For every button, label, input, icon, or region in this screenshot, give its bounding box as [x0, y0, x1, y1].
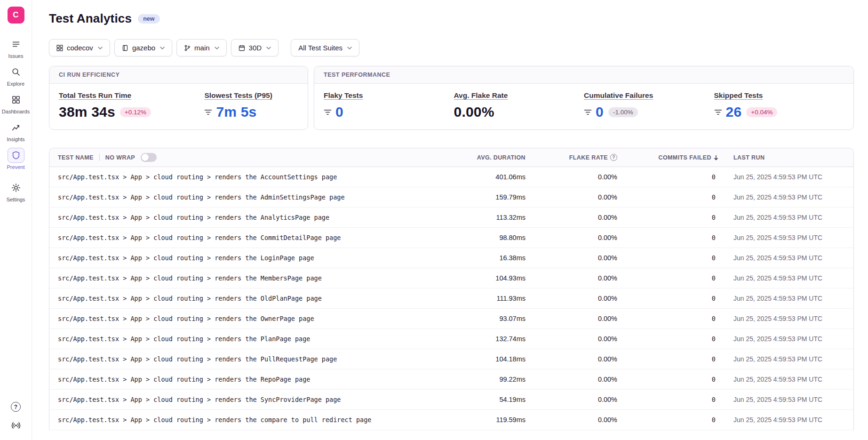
last-run-cell: Jun 25, 2025 4:59:53 PM UTC: [719, 355, 853, 363]
metric-label[interactable]: Total Tests Run Time: [59, 91, 131, 100]
table-row[interactable]: src/App.test.tsx > App > cloud routing >…: [49, 410, 853, 430]
table-row[interactable]: src/App.test.tsx > App > cloud routing >…: [49, 288, 853, 309]
sidebar-item-label: Dashboards: [2, 109, 30, 114]
commits-failed-header[interactable]: COMMITS FAILED: [618, 154, 719, 161]
avg-duration-header[interactable]: AVG. DURATION: [449, 154, 526, 161]
avg-duration-cell: 119.59ms: [449, 416, 526, 424]
trend-badge: -1.00%: [608, 107, 638, 117]
flake-rate-cell: 0.00%: [526, 295, 618, 302]
metric-label[interactable]: Avg. Flake Rate: [454, 91, 508, 100]
metric-label[interactable]: Flaky Tests: [324, 91, 363, 100]
table-row[interactable]: src/App.test.tsx > App > cloud routing >…: [49, 248, 853, 268]
table-row[interactable]: src/App.test.tsx > App > cloud routing >…: [49, 208, 853, 228]
table-header-row: TEST NAME NO WRAP AVG. DURATION FLAKE RA…: [49, 148, 853, 167]
no-wrap-label: NO WRAP: [105, 154, 135, 161]
repo-icon: [122, 45, 128, 51]
avg-duration-cell: 98.80ms: [449, 234, 526, 241]
metric-value: 0: [596, 104, 604, 120]
sidebar-item-label: Prevent: [7, 164, 25, 170]
commits-failed-cell: 0: [618, 335, 719, 343]
sidebar-item-label: Settings: [7, 197, 25, 202]
table-row[interactable]: src/App.test.tsx > App > cloud routing >…: [49, 228, 853, 248]
toggle-knob: [142, 154, 149, 161]
page-title: Test Analytics: [49, 11, 132, 26]
flake-rate-cell: 0.00%: [526, 376, 618, 383]
shield-icon: [8, 148, 24, 163]
last-run-cell: Jun 25, 2025 4:59:53 PM UTC: [719, 396, 853, 403]
slowest-tests-filter-link[interactable]: 7m 5s: [204, 104, 256, 120]
table-row[interactable]: src/App.test.tsx > App > cloud routing >…: [49, 349, 853, 369]
trend-badge: +0.04%: [746, 107, 777, 117]
filter-icon: [324, 109, 332, 116]
flake-rate-cell: 0.00%: [526, 173, 618, 181]
test-table-body: src/App.test.tsx > App > cloud routing >…: [49, 167, 853, 430]
metric-label[interactable]: Slowest Tests (P95): [204, 91, 272, 100]
metric-value: 0.00%: [454, 104, 494, 120]
trend-badge: +0.12%: [120, 107, 151, 117]
table-row[interactable]: src/App.test.tsx > App > cloud routing >…: [49, 309, 853, 329]
test-name-cell: src/App.test.tsx > App > cloud routing >…: [49, 254, 449, 262]
dashboards-icon: [8, 92, 24, 107]
last-run-header[interactable]: LAST RUN: [719, 154, 853, 161]
metric-label[interactable]: Cumulative Failures: [584, 91, 653, 100]
sidebar-item-prevent[interactable]: Prevent: [0, 148, 32, 170]
table-row[interactable]: src/App.test.tsx > App > cloud routing >…: [49, 268, 853, 288]
insights-icon: [8, 120, 24, 135]
last-run-cell: Jun 25, 2025 4:59:53 PM UTC: [719, 254, 853, 262]
ci-run-efficiency-panel: CI RUN EFFICIENCY Total Tests Run Time 3…: [49, 66, 308, 130]
flaky-tests-filter-link[interactable]: 0: [324, 104, 343, 120]
flake-rate-cell: 0.00%: [526, 234, 618, 241]
test-suites-dropdown[interactable]: All Test Suites: [291, 39, 359, 56]
branch-filter-value: main: [194, 44, 210, 52]
avg-duration-cell: 99.22ms: [449, 376, 526, 383]
test-name-cell: src/App.test.tsx > App > cloud routing >…: [49, 355, 449, 363]
help-icon[interactable]: ?: [11, 402, 21, 412]
flake-rate-cell: 0.00%: [526, 416, 618, 424]
sidebar-item-settings[interactable]: Settings: [0, 180, 32, 202]
test-name-header: TEST NAME: [58, 154, 94, 161]
org-filter-value: codecov: [67, 44, 93, 52]
date-range-dropdown[interactable]: 30D: [231, 39, 279, 56]
org-avatar[interactable]: C: [8, 7, 24, 24]
sidebar-item-explore[interactable]: Explore: [0, 64, 32, 87]
flake-rate-cell: 0.00%: [526, 396, 618, 403]
commits-failed-cell: 0: [618, 315, 719, 322]
sort-desc-icon[interactable]: [714, 155, 718, 160]
table-row[interactable]: src/App.test.tsx > App > cloud routing >…: [49, 369, 853, 390]
sidebar-item-dashboards[interactable]: Dashboards: [0, 92, 32, 114]
commits-failed-cell: 0: [618, 396, 719, 403]
test-name-cell: src/App.test.tsx > App > cloud routing >…: [49, 295, 449, 302]
last-run-cell: Jun 25, 2025 4:59:53 PM UTC: [719, 193, 853, 201]
metric-label[interactable]: Skipped Tests: [714, 91, 763, 100]
no-wrap-toggle[interactable]: [141, 153, 157, 162]
last-run-cell: Jun 25, 2025 4:59:53 PM UTC: [719, 214, 853, 221]
cumulative-failures-filter-link[interactable]: 0: [584, 104, 604, 120]
sidebar-item-insights[interactable]: Insights: [0, 120, 32, 142]
skipped-tests-filter-link[interactable]: 26: [714, 104, 742, 120]
table-row[interactable]: src/App.test.tsx > App > cloud routing >…: [49, 167, 853, 187]
flake-rate-help-icon[interactable]: ?: [610, 154, 617, 161]
metric-avg-flake-rate: Avg. Flake Rate 0.00%: [454, 91, 584, 120]
metric-value: 7m 5s: [216, 104, 256, 120]
commits-failed-cell: 0: [618, 355, 719, 363]
sidebar-item-label: Explore: [7, 81, 24, 87]
test-name-cell: src/App.test.tsx > App > cloud routing >…: [49, 396, 449, 403]
table-row[interactable]: src/App.test.tsx > App > cloud routing >…: [49, 390, 853, 410]
test-name-cell: src/App.test.tsx > App > cloud routing >…: [49, 234, 449, 241]
sidebar-item-issues[interactable]: Issues: [0, 37, 32, 59]
test-suites-value: All Test Suites: [298, 44, 342, 52]
avg-duration-cell: 159.79ms: [449, 193, 526, 201]
repo-filter-dropdown[interactable]: gazebo: [114, 39, 172, 56]
table-row[interactable]: src/App.test.tsx > App > cloud routing >…: [49, 329, 853, 349]
branch-filter-dropdown[interactable]: main: [176, 39, 227, 56]
last-run-cell: Jun 25, 2025 4:59:53 PM UTC: [719, 315, 853, 322]
avg-duration-cell: 16.38ms: [449, 254, 526, 262]
metric-slowest-tests: Slowest Tests (P95) 7m 5s: [204, 91, 298, 120]
broadcast-icon[interactable]: [11, 420, 21, 431]
sidebar-item-label: Issues: [8, 53, 24, 59]
org-filter-dropdown[interactable]: codecov: [49, 39, 110, 56]
flake-rate-header[interactable]: FLAKE RATE ?: [526, 154, 618, 161]
table-row[interactable]: src/App.test.tsx > App > cloud routing >…: [49, 187, 853, 208]
filter-icon: [584, 109, 592, 116]
header-divider: [99, 154, 100, 161]
